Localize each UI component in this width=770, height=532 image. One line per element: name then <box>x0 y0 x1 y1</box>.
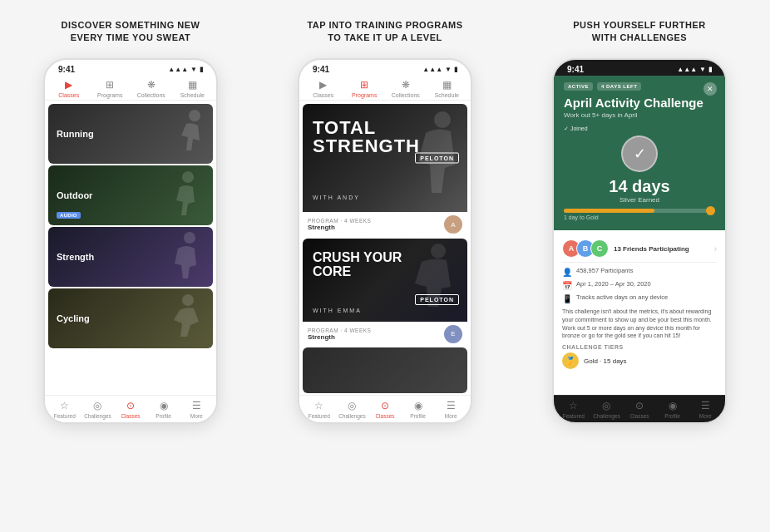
challenges-icon-1: ◎ <box>93 400 101 411</box>
profile-label-1: Profile <box>155 413 170 419</box>
challenges-icon-3: ◎ <box>602 400 610 411</box>
crush-core-info: PROGRAM · 4 WEEKS Strength E <box>303 322 467 346</box>
status-icons-1: ▲▲▲ ▼ ▮ <box>168 66 203 73</box>
tab-collections-1[interactable]: ❋ Collections <box>135 79 168 98</box>
tab-collections-2[interactable]: ❋ Collections <box>389 79 422 98</box>
bottom-nav-featured-2[interactable]: ☆ Featured <box>304 400 333 419</box>
more-icon-1: ☰ <box>192 400 201 411</box>
programs-icon-2: ⊞ <box>360 79 368 91</box>
collections-icon-2: ❋ <box>402 79 410 91</box>
tier-gold: 🥇 Gold · 15 days <box>562 352 717 369</box>
bottom-nav-challenges-3[interactable]: ◎ Challenges <box>592 400 621 419</box>
total-strength-title: TOTALSTRENGTH <box>313 119 420 155</box>
challenge-subtitle: Work out 5+ days in April <box>564 111 715 119</box>
tab-schedule-2[interactable]: ▦ Schedule <box>430 79 463 98</box>
medal-area: ✓ Joined ✓ 14 days Silver Earned <box>564 126 715 204</box>
ts-meta: PROGRAM · 4 WEEKS <box>308 218 371 224</box>
stat-date: 📅 Apr 1, 2020 – Apr 30, 2020 <box>562 280 717 290</box>
nav-tabs-1: ▶ Classes ⊞ Programs ❋ Collections ▦ Sch… <box>45 76 216 101</box>
bottom-nav-profile-2[interactable]: ◉ Profile <box>403 400 432 419</box>
section-programs: TAP INTO TRAINING PROGRAMSTO TAKE IT UP … <box>264 17 506 424</box>
bottom-nav-challenges-1[interactable]: ◎ Challenges <box>83 400 112 419</box>
program-card-total-strength[interactable]: TOTALSTRENGTH WITH ANDY PELOTON PROGRAM … <box>303 104 467 236</box>
class-item-strength[interactable]: Strength <box>48 227 213 287</box>
class-item-running[interactable]: Running <box>48 104 213 164</box>
friends-avatars: A B C <box>562 239 609 258</box>
class-item-cycling[interactable]: Cycling <box>48 288 213 348</box>
cc-instructor: E <box>444 325 462 343</box>
tab-programs-2[interactable]: ⊞ Programs <box>348 79 381 98</box>
days-count: 14 days <box>609 177 669 196</box>
days-left-badge: 4 DAYS LEFT <box>597 82 641 91</box>
tab-classes-1[interactable]: ▶ Classes <box>52 79 86 98</box>
total-strength-info: PROGRAM · 4 WEEKS Strength A <box>303 212 467 236</box>
bottom-nav-more-1[interactable]: ☰ More <box>182 400 211 419</box>
svg-point-3 <box>182 294 194 306</box>
participants-count: 458,957 Participants <box>576 267 633 274</box>
featured-icon-3: ☆ <box>569 400 578 411</box>
challenges-label-3: Challenges <box>593 413 620 419</box>
tab-programs-1[interactable]: ⊞ Programs <box>93 79 126 98</box>
programs-content: TOTALSTRENGTH WITH ANDY PELOTON PROGRAM … <box>299 101 471 397</box>
tab-classes-label-1: Classes <box>58 92 79 98</box>
class-item-outdoor[interactable]: Outdoor AUDIO <box>48 165 213 225</box>
profile-icon-1: ◉ <box>160 400 168 411</box>
challenges-label-2: Challenges <box>338 413 366 419</box>
tab-classes-label-2: Classes <box>313 92 333 98</box>
bottom-nav-more-3[interactable]: ☰ More <box>691 400 720 419</box>
profile-label-3: Profile <box>664 413 679 419</box>
tab-programs-label-1: Programs <box>97 92 122 98</box>
cc-meta: PROGRAM · 4 WEEKS <box>308 328 371 333</box>
bottom-nav-featured-1[interactable]: ☆ Featured <box>50 400 79 419</box>
bottom-nav-1: ☆ Featured ◎ Challenges ⊙ Classes ◉ Prof… <box>45 395 216 422</box>
bottom-nav-more-2[interactable]: ☰ More <box>437 400 466 419</box>
progress-label: 1 day to Gold <box>564 214 715 220</box>
profile-label-2: Profile <box>410 413 425 419</box>
more-label-3: More <box>699 413 712 419</box>
participants-icon: 👤 <box>562 268 572 277</box>
section-challenges: PUSH YOURSELF FURTHERWITH CHALLENGES 9:4… <box>519 17 760 424</box>
svg-point-5 <box>431 244 446 259</box>
collections-icon: ❋ <box>147 79 155 91</box>
programs-icon: ⊞ <box>106 79 114 91</box>
gold-medal-icon: 🥇 <box>562 352 579 369</box>
tab-schedule-label-1: Schedule <box>180 92 205 98</box>
tab-schedule-1[interactable]: ▦ Schedule <box>175 79 209 98</box>
ts-category: Strength <box>308 224 371 231</box>
wifi-icon-3: ▼ <box>699 66 706 73</box>
calendar-icon: 📅 <box>562 281 572 290</box>
tab-classes-2[interactable]: ▶ Classes <box>307 79 340 98</box>
challenges-icon-2: ◎ <box>348 400 356 411</box>
status-bar-3: 9:41 ▲▲▲ ▼ ▮ <box>554 60 725 76</box>
status-time-1: 9:41 <box>58 65 75 74</box>
challenges-label-1: Challenges <box>84 413 111 419</box>
bottom-nav-featured-3[interactable]: ☆ Featured <box>559 400 588 419</box>
classes-bottom-label-2: Classes <box>375 413 394 419</box>
status-icons-3: ▲▲▲ ▼ ▮ <box>677 66 712 73</box>
classes-bottom-icon-1: ⊙ <box>126 400 135 411</box>
friends-row[interactable]: A B C 13 Friends Participating › <box>562 235 717 263</box>
bottom-nav-profile-1[interactable]: ◉ Profile <box>149 400 178 419</box>
featured-label-2: Featured <box>308 413 330 419</box>
friends-count: 13 Friends Participating <box>614 245 714 253</box>
bottom-nav-profile-3[interactable]: ◉ Profile <box>658 400 687 419</box>
close-button[interactable]: ✕ <box>703 82 717 96</box>
gold-tier-label: Gold · 15 days <box>584 357 627 365</box>
bottom-nav-challenges-2[interactable]: ◎ Challenges <box>338 400 367 419</box>
phone-frame-2: 9:41 ▲▲▲ ▼ ▮ ▶ Classes ⊞ Programs ❋ <box>298 58 472 424</box>
bottom-nav-classes-3[interactable]: ⊙ Classes <box>624 400 654 419</box>
tab-schedule-label-2: Schedule <box>435 92 459 98</box>
program-card-crush-core[interactable]: CRUSH YOURCORE WITH EMMA PELOTON PROGRAM… <box>303 239 467 346</box>
device-icon: 📱 <box>562 294 572 303</box>
more-icon-2: ☰ <box>447 400 456 411</box>
program-card-preview[interactable] <box>303 347 467 393</box>
challenge-description: This challenge isn't about the metrics, … <box>562 308 717 340</box>
date-range: Apr 1, 2020 – Apr 30, 2020 <box>576 280 651 288</box>
battery-icon-2: ▮ <box>454 66 457 73</box>
ts-instructor: A <box>444 215 462 234</box>
bottom-nav-classes-1[interactable]: ⊙ Classes <box>116 400 145 419</box>
wifi-icon-2: ▼ <box>445 66 452 73</box>
section3-title: PUSH YOURSELF FURTHERWITH CHALLENGES <box>573 17 705 47</box>
bottom-nav-classes-2[interactable]: ⊙ Classes <box>370 400 399 419</box>
tiers-label: CHALLENGE TIERS <box>562 344 717 350</box>
